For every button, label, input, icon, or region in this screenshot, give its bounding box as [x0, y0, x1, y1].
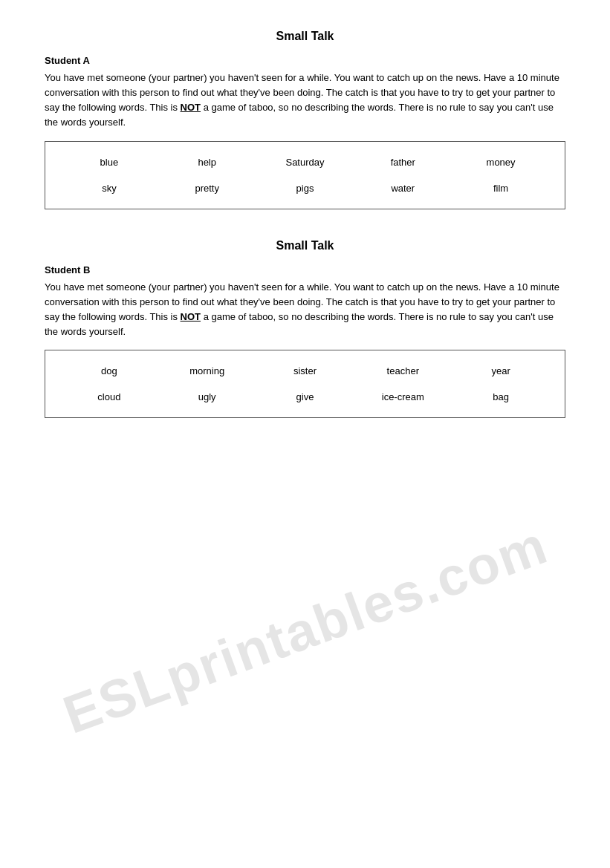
- word-a-money: money: [452, 157, 550, 168]
- word-a-saturday: Saturday: [256, 157, 354, 168]
- section-a-title: Small Talk: [45, 30, 565, 43]
- section-a: Small Talk Student A You have met someon…: [45, 30, 565, 209]
- section-b-row2: cloud ugly give ice-cream bag: [60, 384, 550, 410]
- word-a-film: film: [452, 183, 550, 194]
- word-a-father: father: [354, 157, 452, 168]
- section-b-row1: dog morning sister teacher year: [60, 358, 550, 384]
- section-a-row2: sky pretty pigs water film: [60, 175, 550, 201]
- section-a-row1: blue help Saturday father money: [60, 149, 550, 175]
- word-b-dog: dog: [60, 365, 158, 376]
- section-b-title: Small Talk: [45, 239, 565, 252]
- word-a-blue: blue: [60, 157, 158, 168]
- section-a-description: You have met someone (your partner) you …: [45, 71, 565, 131]
- word-b-year: year: [452, 365, 550, 376]
- section-a-word-box: blue help Saturday father money sky pret…: [45, 141, 565, 209]
- word-a-pretty: pretty: [158, 183, 256, 194]
- section-b-description: You have met someone (your partner) you …: [45, 280, 565, 340]
- section-b: Small Talk Student B You have met someon…: [45, 239, 565, 419]
- section-b-word-box: dog morning sister teacher year cloud ug…: [45, 350, 565, 418]
- student-b-label: Student B: [45, 264, 565, 275]
- word-b-ugly: ugly: [158, 391, 256, 402]
- word-b-give: give: [256, 391, 354, 402]
- word-a-sky: sky: [60, 183, 158, 194]
- word-b-morning: morning: [158, 365, 256, 376]
- word-b-cloud: cloud: [60, 391, 158, 402]
- word-b-ice-cream: ice-cream: [354, 391, 452, 402]
- word-b-teacher: teacher: [354, 365, 452, 376]
- desc-a-not: NOT: [181, 102, 201, 113]
- word-b-sister: sister: [256, 365, 354, 376]
- watermark: ESLprintables.com: [55, 514, 555, 745]
- word-a-water: water: [354, 183, 452, 194]
- word-a-help: help: [158, 157, 256, 168]
- word-a-pigs: pigs: [256, 183, 354, 194]
- student-a-label: Student A: [45, 55, 565, 66]
- desc-b-not: NOT: [181, 311, 201, 322]
- word-b-bag: bag: [452, 391, 550, 402]
